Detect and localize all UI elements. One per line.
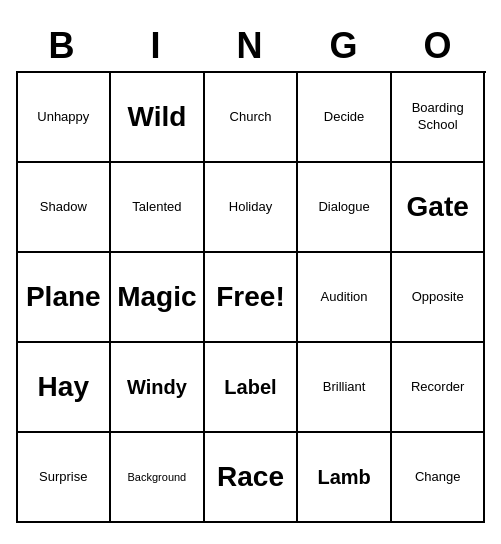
cell-label: Audition (321, 289, 368, 306)
cell-label: Label (224, 376, 276, 398)
header-letter: O (392, 21, 486, 71)
bingo-cell: Lamb (298, 433, 392, 523)
cell-label: Recorder (411, 379, 464, 396)
header-letter: N (204, 21, 298, 71)
bingo-cell: Opposite (392, 253, 486, 343)
cell-label: Unhappy (37, 109, 89, 126)
bingo-cell: Recorder (392, 343, 486, 433)
cell-label: Windy (127, 376, 187, 398)
bingo-cell: Boarding School (392, 73, 486, 163)
bingo-cell: Talented (111, 163, 205, 253)
cell-label: Surprise (39, 469, 87, 486)
cell-label: Church (230, 109, 272, 126)
cell-label: Holiday (229, 199, 272, 216)
cell-label: Plane (26, 282, 101, 313)
bingo-cell: Windy (111, 343, 205, 433)
bingo-cell: Plane (18, 253, 112, 343)
cell-label: Shadow (40, 199, 87, 216)
bingo-cell: Surprise (18, 433, 112, 523)
bingo-cell: Gate (392, 163, 486, 253)
bingo-cell: Brilliant (298, 343, 392, 433)
cell-label: Talented (132, 199, 181, 216)
header-letter: I (110, 21, 204, 71)
cell-label: Decide (324, 109, 364, 126)
cell-label: Change (415, 469, 461, 486)
bingo-header: BINGO (16, 21, 486, 71)
cell-label: Dialogue (318, 199, 369, 216)
bingo-cell: Background (111, 433, 205, 523)
bingo-cell: Dialogue (298, 163, 392, 253)
bingo-cell: Change (392, 433, 486, 523)
header-letter: G (298, 21, 392, 71)
cell-label: Lamb (317, 466, 370, 488)
cell-label: Gate (407, 192, 469, 223)
cell-label: Magic (117, 282, 196, 313)
cell-label: Wild (127, 102, 186, 133)
cell-label: Race (217, 462, 284, 493)
bingo-cell: Label (205, 343, 299, 433)
bingo-cell: Race (205, 433, 299, 523)
bingo-cell: Shadow (18, 163, 112, 253)
bingo-card: BINGO UnhappyWildChurchDecideBoarding Sc… (16, 21, 486, 523)
bingo-grid: UnhappyWildChurchDecideBoarding SchoolSh… (16, 71, 486, 523)
bingo-cell: Hay (18, 343, 112, 433)
bingo-cell: Wild (111, 73, 205, 163)
bingo-cell: Magic (111, 253, 205, 343)
cell-label: Hay (38, 372, 89, 403)
bingo-cell: Audition (298, 253, 392, 343)
bingo-cell: Holiday (205, 163, 299, 253)
bingo-cell: Free! (205, 253, 299, 343)
cell-label: Brilliant (323, 379, 366, 396)
bingo-cell: Unhappy (18, 73, 112, 163)
cell-label: Opposite (412, 289, 464, 306)
cell-label: Background (128, 470, 187, 484)
cell-label: Free! (216, 282, 284, 313)
bingo-cell: Decide (298, 73, 392, 163)
bingo-cell: Church (205, 73, 299, 163)
cell-label: Boarding School (398, 100, 478, 134)
header-letter: B (16, 21, 110, 71)
